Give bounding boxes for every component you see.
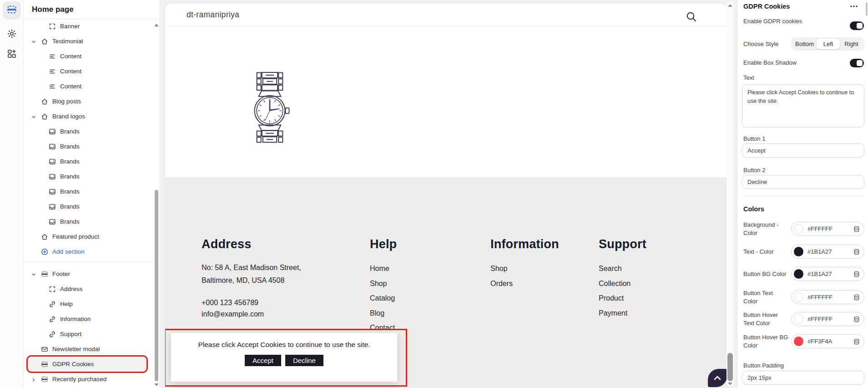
footer-column-address: AddressNo: 58 A, East Madison Street,Bal… xyxy=(202,237,301,318)
tree-item-blog-posts[interactable]: Blog posts xyxy=(24,94,156,109)
footer-link-search[interactable]: Search xyxy=(599,261,646,276)
tree-item-address[interactable]: Address xyxy=(24,281,156,296)
search-icon[interactable] xyxy=(686,11,697,23)
rail-settings-button[interactable] xyxy=(3,26,21,44)
footer-heading: Help xyxy=(370,237,397,251)
button-padding-input[interactable] xyxy=(742,371,864,385)
site-preview: dt-ramanipriya xyxy=(165,4,727,388)
color-field-label: Button Hover BG Color xyxy=(743,333,791,349)
settings-scrollbar-thumb[interactable] xyxy=(866,2,868,16)
decline-cookies-button[interactable]: Decline xyxy=(285,355,323,366)
preview-scrollbar[interactable] xyxy=(727,1,734,387)
box-shadow-toggle[interactable] xyxy=(850,59,864,67)
style-option-left[interactable]: Left xyxy=(817,39,840,49)
chevron-down-icon[interactable] xyxy=(31,113,36,119)
color-hex-value: #1B1A27 xyxy=(807,271,853,277)
color-field-button-hover-text-color: Button Hover Text Color#FFFFFF xyxy=(743,311,864,327)
tree-item-label: Information xyxy=(60,316,91,322)
tree-item-testimonial[interactable]: Testimonial xyxy=(24,34,156,49)
footer-link-collection[interactable]: Collection xyxy=(599,276,646,291)
color-swatch xyxy=(794,269,803,279)
color-picker-button-hover-bg-color[interactable]: #FF3F4A xyxy=(791,334,864,348)
tree-item-label: GDPR Cookies xyxy=(52,361,94,368)
tree-item-recently-purchased[interactable]: Recently purchased xyxy=(24,372,156,387)
tree-item-brands[interactable]: Brands xyxy=(24,199,156,214)
tree-item-brands[interactable]: Brands xyxy=(24,139,156,154)
footer-link-product[interactable]: Product xyxy=(599,291,646,306)
preview-scrollbar-thumb[interactable] xyxy=(727,353,733,381)
theme-color-link-icon xyxy=(853,226,860,232)
color-picker-background-color[interactable]: #FFFFFF xyxy=(791,222,864,236)
banner-text-input[interactable]: Please click Accept Cookies to continue … xyxy=(742,84,864,128)
footer-link-payment[interactable]: Payment xyxy=(599,306,646,321)
tree-item-brands[interactable]: Brands xyxy=(24,214,156,229)
rail-sections-button[interactable] xyxy=(3,1,21,20)
enable-gdpr-toggle[interactable] xyxy=(850,21,864,30)
tree-item-content[interactable]: Content xyxy=(24,64,156,79)
tree-item-add-section[interactable]: Add section xyxy=(24,244,156,259)
theme-color-link-icon xyxy=(853,316,860,322)
scroll-down-icon[interactable] xyxy=(154,383,159,386)
tree-item-newsletter-modal[interactable]: Newsletter modal xyxy=(24,342,156,357)
tree-item-brand-logos[interactable]: Brand logos xyxy=(24,109,156,124)
frame-icon xyxy=(49,23,56,30)
tree-item-brands[interactable]: Brands xyxy=(24,124,156,139)
footer-email: info@example.com xyxy=(202,310,301,318)
tree-item-support[interactable]: Support xyxy=(24,327,156,342)
site-logo: dt-ramanipriya xyxy=(187,10,239,20)
color-picker-text-color[interactable]: #1B1A27 xyxy=(791,245,864,259)
content-icon xyxy=(49,53,56,60)
color-field-button-bg-color: Button BG Color#1B1A27 xyxy=(743,267,864,281)
link-icon xyxy=(49,316,56,323)
tree-item-brands[interactable]: Brands xyxy=(24,169,156,184)
tree-scrollbar-thumb[interactable] xyxy=(155,190,158,381)
button2-label: Button 2 xyxy=(743,167,765,174)
color-hex-value: #FFFFFF xyxy=(807,225,853,232)
footer-link-shop[interactable]: Shop xyxy=(490,261,559,276)
tree-item-gdpr-cookies[interactable]: GDPR Cookies xyxy=(28,357,146,372)
gdpr-section-highlight: Please click Accept Cookies to continue … xyxy=(165,329,407,387)
tree-item-banner[interactable]: Banner xyxy=(24,19,156,34)
color-picker-button-hover-text-color[interactable]: #FFFFFF xyxy=(791,312,864,326)
tree-item-content[interactable]: Content xyxy=(24,79,156,94)
tree-item-brands[interactable]: Brands xyxy=(24,154,156,169)
tree-item-footer[interactable]: Footer xyxy=(24,266,156,281)
sections-panel-header: Home page xyxy=(24,0,160,19)
footer-link-blog[interactable]: Blog xyxy=(370,306,397,321)
image-icon xyxy=(49,158,56,165)
chevron-down-icon[interactable] xyxy=(31,38,36,44)
tree-item-content[interactable]: Content xyxy=(24,49,156,64)
text-label: Text xyxy=(743,74,754,81)
scroll-up-icon[interactable] xyxy=(154,24,159,26)
color-picker-button-text-color[interactable]: #FFFFFF xyxy=(791,290,864,304)
chevron-down-icon[interactable] xyxy=(31,271,36,276)
scroll-up-icon[interactable] xyxy=(728,4,732,7)
kebab-menu-icon[interactable] xyxy=(849,3,858,10)
footer-link-home[interactable]: Home xyxy=(370,261,397,276)
style-option-right[interactable]: Right xyxy=(840,39,863,49)
tree-scrollbar[interactable] xyxy=(154,20,159,388)
tree-item-featured-product[interactable]: Featured product xyxy=(24,229,156,244)
settings-title: GDPR Cookies xyxy=(743,3,790,10)
tree-item-information[interactable]: Information xyxy=(24,311,156,327)
tree-item-brands[interactable]: Brands xyxy=(24,184,156,199)
chevron-right-icon[interactable] xyxy=(31,376,36,382)
footer-link-shop[interactable]: Shop xyxy=(370,276,397,291)
rail-apps-button[interactable] xyxy=(3,46,21,64)
footer-link-orders[interactable]: Orders xyxy=(490,276,559,291)
scroll-down-icon[interactable] xyxy=(728,383,732,385)
color-picker-button-bg-color[interactable]: #1B1A27 xyxy=(791,267,864,281)
color-swatch xyxy=(794,292,803,302)
icon-rail xyxy=(0,0,24,388)
button1-input[interactable] xyxy=(742,143,864,158)
button2-input[interactable] xyxy=(742,175,864,189)
tree-item-label: Content xyxy=(60,68,81,75)
watch-illustration xyxy=(250,72,291,145)
theme-editor: Home page BannerTestimonialContentConten… xyxy=(0,0,868,388)
color-field-background-color: Background - Color#FFFFFF xyxy=(743,221,864,237)
style-option-bottom[interactable]: Bottom xyxy=(792,39,817,49)
tree-item-help[interactable]: Help xyxy=(24,296,156,311)
footer-link-catalog[interactable]: Catalog xyxy=(370,291,397,306)
footer-heading: Information xyxy=(490,237,559,251)
accept-cookies-button[interactable]: Accept xyxy=(245,355,281,366)
